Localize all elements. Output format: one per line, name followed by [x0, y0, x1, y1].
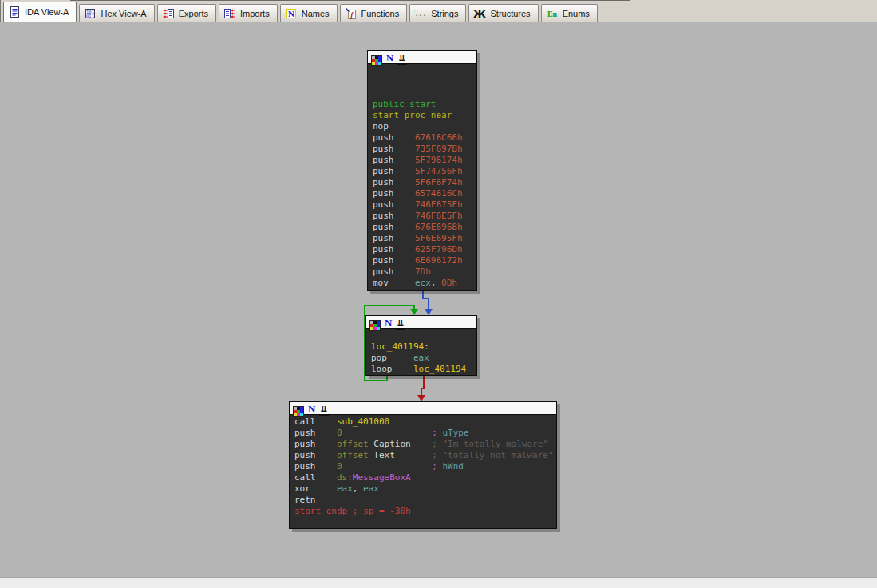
block-code: call sub_401000push 0 ; uTypepush offset…	[290, 415, 556, 528]
graph-canvas[interactable]: N⇊public startstart proc nearnoppush 676…	[0, 23, 877, 577]
asm-line[interactable]: mov ecx, 0Dh	[373, 278, 476, 289]
asm-line[interactable]: pop eax	[371, 353, 476, 364]
edge-jump-blue	[428, 298, 429, 310]
asm-line[interactable]: call ds:MessageBoxA	[294, 472, 556, 483]
asm-line[interactable]: push offset Text ; "totally not malware"	[294, 450, 556, 461]
asm-line[interactable]: push 5F74756Fh	[373, 166, 476, 177]
ida-view-icon	[8, 6, 21, 18]
tab-bar: IDA View-A101011Hex View-AExportsImports…	[0, 0, 877, 22]
exports-icon	[162, 7, 175, 20]
edge-loop-back-green	[364, 380, 388, 381]
tab-hex-view-a[interactable]: 101011Hex View-A	[79, 4, 154, 22]
asm-line[interactable]: push 5F796174h	[373, 155, 476, 166]
tab-label: Functions	[361, 9, 400, 18]
svg-text:Ж: Ж	[474, 8, 487, 20]
basic-block-end[interactable]: N⇊call sub_401000push 0 ; uTypepush offs…	[289, 401, 557, 529]
imports-icon	[223, 7, 236, 20]
basic-block-loc_401194[interactable]: N⇊loc_401194:pop eaxloop loc_401194	[365, 315, 477, 376]
asm-line[interactable]	[294, 517, 556, 528]
tab-label: Hex View-A	[101, 9, 146, 18]
asm-line[interactable]: push 7Dh	[373, 266, 476, 278]
asm-line[interactable]: push 746F675Fh	[373, 199, 476, 211]
asm-line[interactable]: push 0 ; uType	[294, 428, 556, 439]
tab-exports[interactable]: Exports	[157, 4, 216, 22]
asm-line[interactable]	[373, 77, 476, 88]
asm-line[interactable]: push offset Caption ; "Im totally malwar…	[294, 439, 556, 450]
tab-label: Enums	[563, 9, 590, 18]
block-title-bar: N⇊	[368, 51, 476, 64]
tab-label: Exports	[179, 9, 208, 18]
asm-line[interactable]	[373, 88, 476, 99]
asm-line[interactable]: public start	[373, 99, 476, 110]
tab-ida-view-a[interactable]: IDA View-A	[3, 2, 77, 22]
palette-icon[interactable]	[371, 48, 382, 66]
asm-line[interactable]: push 0 ; hWnd	[294, 461, 556, 472]
svg-text:011: 011	[86, 14, 94, 18]
names-icon: N	[285, 7, 298, 20]
tab-functions[interactable]: fFunctions	[340, 4, 408, 22]
svg-text:"...": "..."	[414, 10, 427, 18]
tab-names[interactable]: NNames	[280, 4, 338, 22]
name-icon[interactable]: N	[386, 50, 393, 65]
tab-strings[interactable]: "..."Strings	[409, 4, 466, 22]
asm-line[interactable]: push 67616C66h	[373, 132, 476, 144]
asm-line[interactable]: push 676E6968h	[373, 222, 476, 233]
tab-enums[interactable]: EnEnums	[541, 4, 598, 22]
svg-text:En: En	[547, 10, 558, 18]
asm-line[interactable]: retn	[294, 495, 556, 506]
asm-line[interactable]: push 735F697Bh	[373, 144, 476, 155]
palette-icon[interactable]	[369, 313, 381, 331]
status-bar	[0, 577, 877, 588]
edge-fallthrough-red-arrowhead	[417, 395, 425, 401]
tab-label: Imports	[240, 9, 270, 18]
block-code: public startstart proc nearnoppush 67616…	[368, 64, 476, 289]
asm-line[interactable]	[371, 330, 476, 341]
tab-label: Strings	[431, 9, 458, 18]
block-title-bar: N⇊	[366, 316, 476, 329]
structures-icon: Ж	[473, 7, 486, 20]
enums-icon: En	[546, 7, 559, 20]
strings-icon: "..."	[414, 7, 427, 20]
asm-line[interactable]: call sub_401000	[294, 416, 556, 428]
asm-line[interactable]: nop	[373, 121, 476, 132]
asm-line[interactable]: push 6574616Ch	[373, 188, 476, 199]
asm-line[interactable]: start endp ; sp = -30h	[294, 506, 556, 517]
asm-line[interactable]	[373, 65, 476, 77]
asm-line[interactable]: push 625F796Dh	[373, 244, 476, 255]
tab-structures[interactable]: ЖStructures	[468, 4, 538, 22]
asm-line[interactable]: push 5F6F6F74h	[373, 177, 476, 188]
tab-imports[interactable]: Imports	[219, 4, 278, 22]
asm-line[interactable]: loc_401194:	[371, 341, 476, 353]
basic-block-start[interactable]: N⇊public startstart proc nearnoppush 676…	[367, 50, 477, 291]
asm-line[interactable]: start proc near	[373, 110, 476, 121]
asm-line[interactable]: push 746F6E5Fh	[373, 211, 476, 222]
collapse-icon[interactable]: ⇊	[319, 401, 328, 416]
hex-view-icon: 101011	[84, 7, 97, 20]
collapse-icon[interactable]: ⇊	[396, 315, 405, 330]
tab-label: Names	[302, 9, 330, 18]
palette-icon[interactable]	[293, 399, 304, 417]
block-code: loc_401194:pop eaxloop loc_401194	[366, 329, 476, 375]
edge-loop-back-green	[365, 305, 414, 306]
asm-line[interactable]: push 6E696172h	[373, 255, 476, 266]
svg-text:N: N	[288, 9, 294, 18]
window-top-edge	[70, 0, 630, 1]
tab-label: Structures	[490, 9, 530, 18]
edge-jump-blue-arrowhead	[425, 309, 433, 315]
collapse-icon[interactable]: ⇊	[397, 50, 406, 65]
asm-line[interactable]: loop loc_401194	[371, 364, 476, 375]
name-icon[interactable]: N	[308, 401, 315, 416]
asm-line[interactable]: push 5F6E695Fh	[373, 233, 476, 244]
name-icon[interactable]: N	[385, 315, 392, 330]
block-title-bar: N⇊	[290, 402, 556, 415]
tab-label: IDA View-A	[25, 7, 69, 17]
edge-loop-back-green-arrowhead	[410, 309, 418, 315]
asm-line[interactable]: xor eax, eax	[294, 483, 556, 495]
functions-icon: f	[345, 7, 358, 20]
